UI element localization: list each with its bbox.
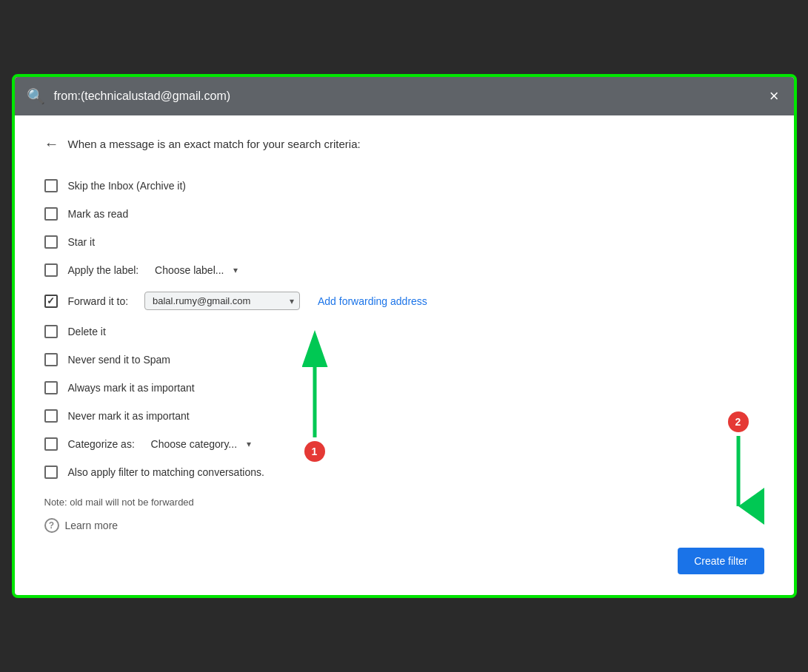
label-dropdown-wrapper: Choose label... [155,264,238,276]
search-icon: 🔍 [27,87,45,105]
note-text: Note: old mail will not be forwarded [44,497,764,508]
dialog-body: ← When a message is an exact match for y… [15,115,794,595]
forward-email-wrapper: balal.rumy@gmail.com [144,292,300,310]
checkbox-never-spam[interactable] [44,353,58,366]
category-dropdown-wrapper: Choose category... [151,438,251,450]
label-forward-it: Forward it to: [68,295,134,307]
checkbox-forward-it[interactable] [44,295,58,308]
option-also-apply: Also apply filter to matching conversati… [44,458,764,486]
checkbox-never-important[interactable] [44,409,58,423]
back-button[interactable]: ← [44,136,59,151]
dialog-header: 🔍 from:(technicalustad@gmail.com) × [15,77,794,115]
filter-dialog: 🔍 from:(technicalustad@gmail.com) × ← Wh… [15,77,794,595]
close-button[interactable]: × [767,85,782,107]
option-never-spam: Never send it to Spam [44,346,764,374]
create-filter-button[interactable]: Create filter [678,548,764,574]
checkbox-star-it[interactable] [44,235,58,249]
option-forward-it: Forward it to: balal.rumy@gmail.com Add … [44,284,764,317]
category-select[interactable]: Choose category... [151,438,251,450]
option-categorize: Categorize as: Choose category... [44,430,764,458]
label-also-apply: Also apply filter to matching conversati… [68,466,264,478]
label-star-it: Star it [68,236,96,248]
label-select[interactable]: Choose label... [155,264,238,276]
label-never-important: Never mark it as important [68,410,190,422]
dialog-outer: 🔍 from:(technicalustad@gmail.com) × ← Wh… [12,74,797,598]
option-never-important: Never mark it as important [44,402,764,430]
criteria-label: When a message is an exact match for you… [68,138,361,150]
footer-row: Create filter [44,548,764,574]
checkbox-categorize[interactable] [44,437,58,451]
help-icon[interactable]: ? [44,518,59,533]
label-mark-read: Mark as read [68,208,129,220]
option-delete-it: Delete it [44,317,764,346]
learn-more-row: ? Learn more [44,518,764,533]
checkbox-delete-it[interactable] [44,325,58,338]
option-mark-read: Mark as read [44,200,764,228]
checkbox-mark-read[interactable] [44,207,58,221]
label-always-important: Always mark it as important [68,382,195,394]
label-delete-it: Delete it [68,326,106,337]
checkbox-skip-inbox[interactable] [44,179,58,192]
options-list: Skip the Inbox (Archive it) Mark as read… [44,172,764,486]
search-query: from:(technicalustad@gmail.com) [54,90,758,103]
checkbox-also-apply[interactable] [44,466,58,479]
forward-email-select[interactable]: balal.rumy@gmail.com [144,292,300,310]
option-skip-inbox: Skip the Inbox (Archive it) [44,172,764,200]
back-row: ← When a message is an exact match for y… [44,136,764,151]
option-apply-label: Apply the label: Choose label... [44,256,764,284]
add-forwarding-address-link[interactable]: Add forwarding address [318,295,427,307]
learn-more-link[interactable]: Learn more [65,520,118,531]
option-star-it: Star it [44,228,764,256]
label-categorize: Categorize as: [68,438,141,450]
label-apply-label: Apply the label: [68,264,145,276]
label-skip-inbox: Skip the Inbox (Archive it) [68,180,187,192]
checkbox-always-important[interactable] [44,381,58,394]
label-never-spam: Never send it to Spam [68,354,171,366]
option-always-important: Always mark it as important [44,374,764,402]
checkbox-apply-label[interactable] [44,263,58,277]
